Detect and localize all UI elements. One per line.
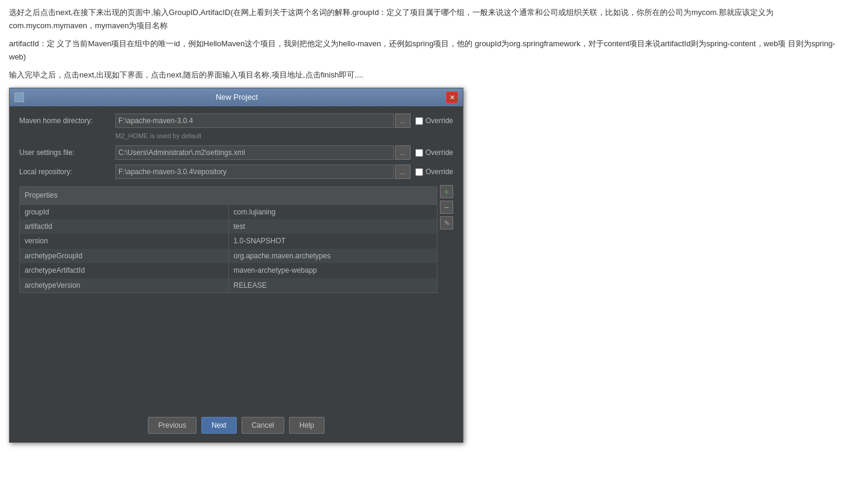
dialog-titlebar: New Project ✕ [10,88,463,106]
user-settings-label: User settings file: [19,147,115,159]
dialog-spacer [19,293,453,401]
local-repo-override-label: Override [426,166,453,178]
user-settings-override-label: Override [426,147,453,159]
new-project-dialog: New Project ✕ Maven home directory: ... … [9,88,463,442]
table-row: groupIdcom.lujianing [20,205,437,219]
user-settings-override-checkbox[interactable] [415,149,423,157]
text-line1: 选好之后点击next,在接下来出现的页面中,输入GroupID,ArtifacI… [9,6,839,32]
property-value: org.apache.maven.archetypes [228,249,437,263]
maven-home-override-checkbox[interactable] [415,117,423,125]
dialog-body: Maven home directory: ... Override M2_HO… [10,106,463,408]
maven-home-browse-button[interactable]: ... [395,114,410,128]
property-value: 1.0-SNAPSHOT [228,234,437,248]
properties-table-section: Properties groupIdcom.lujianingartifactI… [19,186,438,293]
properties-header: Properties [20,187,437,204]
help-button[interactable]: Help [289,417,325,434]
local-repo-label: Local repository: [19,166,115,178]
properties-actions: + − ✎ [440,184,453,293]
property-value: RELEASE [228,278,437,293]
dialog-title: New Project [28,91,446,104]
next-button[interactable]: Next [201,417,237,434]
maven-home-hint: M2_HOME is used by default [115,130,453,142]
local-repo-browse-button[interactable]: ... [395,165,410,179]
user-settings-input[interactable] [115,145,394,160]
dialog-icon [14,93,24,102]
dialog-area: New Project ✕ Maven home directory: ... … [9,88,839,442]
property-value: com.lujianing [228,205,437,219]
user-settings-browse-button[interactable]: ... [395,145,410,160]
property-key: archetypeGroupId [20,249,228,263]
edit-property-button[interactable]: ✎ [440,216,453,229]
table-row: version1.0-SNAPSHOT [20,234,437,248]
dialog-close-button[interactable]: ✕ [446,91,458,103]
table-row: archetypeGroupIdorg.apache.maven.archety… [20,249,437,263]
add-property-button[interactable]: + [440,185,453,198]
property-key: artifactId [20,219,228,234]
maven-home-input[interactable] [115,114,394,128]
cancel-button[interactable]: Cancel [242,417,284,434]
remove-property-button[interactable]: − [440,201,453,214]
properties-section: Properties groupIdcom.lujianingartifactI… [19,184,453,293]
property-key: archetypeVersion [20,278,228,293]
local-repo-row: Local repository: ... Override [19,165,453,179]
properties-container: Properties groupIdcom.lujianingartifactI… [19,184,438,293]
page-content: 选好之后点击next,在接下来出现的页面中,输入GroupID,ArtifacI… [0,0,848,449]
table-row: archetypeVersionRELEASE [20,278,437,293]
table-row: archetypeArtifactIdmaven-archetype-webap… [20,263,437,278]
user-settings-row: User settings file: ... Override [19,145,453,160]
property-key: groupId [20,205,228,219]
text-line2: artifactId：定 义了当前Maven项目在组中的唯一id，例如Hello… [9,37,839,64]
maven-home-label: Maven home directory: [19,115,115,127]
local-repo-override-checkbox[interactable] [415,168,423,176]
property-value: maven-archetype-webapp [228,263,437,278]
dialog-footer: Previous Next Cancel Help [10,408,463,442]
previous-button[interactable]: Previous [148,417,197,434]
property-key: archetypeArtifactId [20,263,228,278]
local-repo-input[interactable] [115,165,394,179]
properties-table: groupIdcom.lujianingartifactIdtestversio… [20,205,437,293]
property-key: version [20,234,228,248]
property-value: test [228,219,437,234]
maven-home-override-label: Override [426,115,453,127]
text-line3: 输入完毕之后，点击next,出现如下界面，点击next,随后的界面输入项目名称,… [9,68,839,82]
table-row: artifactIdtest [20,219,437,234]
maven-home-row: Maven home directory: ... Override [19,114,453,128]
